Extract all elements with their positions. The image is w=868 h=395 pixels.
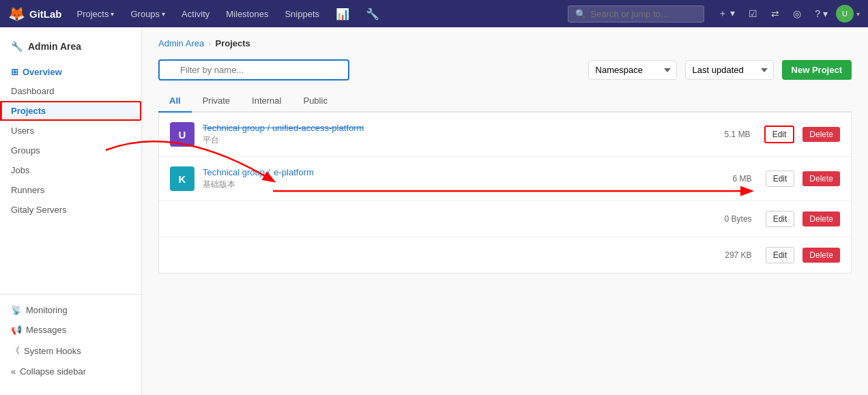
tab-public[interactable]: Public <box>292 90 338 113</box>
sidebar-item-messages[interactable]: 📢 Messages <box>0 320 141 340</box>
tab-internal[interactable]: Internal <box>241 90 292 113</box>
edit-button[interactable]: Edit <box>766 247 795 263</box>
table-row: 0 Bytes Edit Delete <box>159 201 851 237</box>
sidebar-item-dashboard[interactable]: Dashboard <box>0 81 141 101</box>
sidebar-bottom: 📡 Monitoring 📢 Messages 《 System Hooks «… <box>0 294 141 387</box>
project-size: 297 KB <box>711 250 752 260</box>
project-name[interactable]: Technical group / unified-access-platfor… <box>203 123 701 133</box>
project-info: Technical group / unified-access-platfor… <box>203 123 701 146</box>
navbar-brand[interactable]: 🦊 GitLab <box>8 5 62 22</box>
breadcrumb: Admin Area › Projects <box>158 38 852 48</box>
sidebar-overview: ⊞ Overview <box>0 63 141 81</box>
brand-name: GitLab <box>29 8 62 20</box>
filter-input-wrap: 🔍 <box>158 59 349 81</box>
issues-icon[interactable]: ◎ <box>787 5 807 22</box>
merge-request-icon[interactable]: ⇄ <box>766 5 785 22</box>
avatar: U <box>170 122 194 147</box>
namespace-select[interactable]: Namespace <box>588 60 677 80</box>
messages-icon: 📢 <box>11 325 22 335</box>
nav-groups[interactable]: Groups ▾ <box>124 6 172 22</box>
tab-all[interactable]: All <box>158 90 192 113</box>
project-subtitle: 平台 <box>203 134 701 146</box>
sidebar-runners-label: Runners <box>11 185 44 195</box>
tab-private[interactable]: Private <box>192 90 241 113</box>
new-project-button[interactable]: New Project <box>782 60 852 80</box>
sort-select[interactable]: Last updated <box>685 60 774 80</box>
grid-icon: ⊞ <box>11 67 18 77</box>
delete-button[interactable]: Delete <box>802 211 840 226</box>
edit-button[interactable]: Edit <box>766 171 795 187</box>
breadcrumb-admin[interactable]: Admin Area <box>158 38 204 48</box>
sidebar-gitaly-label: Gitaly Servers <box>11 205 67 215</box>
nav-milestones[interactable]: Milestones <box>219 6 275 22</box>
sidebar-dashboard-label: Dashboard <box>11 86 55 96</box>
sidebar-item-users[interactable]: Users <box>0 121 141 141</box>
sidebar-jobs-label: Jobs <box>11 165 29 175</box>
plus-icon[interactable]: ＋ ▾ <box>712 5 740 23</box>
search-input[interactable] <box>590 9 686 19</box>
sidebar-item-jobs[interactable]: Jobs <box>0 160 141 180</box>
tabs: All Private Internal Public <box>158 90 852 113</box>
nav-chart-icon[interactable]: 📊 <box>329 5 356 23</box>
layout: 🔧 Admin Area ⊞ Overview Dashboard Projec… <box>0 27 868 395</box>
sidebar-item-runners[interactable]: Runners <box>0 180 141 200</box>
wrench-icon: 🔧 <box>11 41 23 52</box>
nav-projects[interactable]: Projects ▾ <box>70 6 121 22</box>
help-icon[interactable]: ? ▾ <box>809 5 833 22</box>
avatar: K <box>170 166 194 191</box>
gitlab-flame-icon: 🦊 <box>8 5 25 22</box>
admin-area-header: 🔧 Admin Area <box>0 35 141 63</box>
nav-snippets[interactable]: Snippets <box>278 6 326 22</box>
filter-input[interactable] <box>158 59 349 81</box>
delete-button[interactable]: Delete <box>802 127 840 142</box>
breadcrumb-current: Projects <box>216 38 250 48</box>
hooks-icon: 《 <box>11 345 20 357</box>
sidebar-item-projects[interactable]: Projects <box>0 101 141 121</box>
sidebar-users-label: Users <box>11 126 34 136</box>
navbar-search[interactable]: 🔍 <box>568 5 704 23</box>
monitoring-icon: 📡 <box>11 305 22 315</box>
sidebar-item-collapse[interactable]: « Collapse sidebar <box>0 362 141 381</box>
projects-item-wrapper: Projects <box>0 101 141 121</box>
delete-button[interactable]: Delete <box>802 248 840 263</box>
breadcrumb-sep: › <box>208 38 211 48</box>
project-list: U Technical group / unified-access-platf… <box>158 113 852 274</box>
sidebar-item-gitaly-servers[interactable]: Gitaly Servers <box>0 200 141 220</box>
table-row: K Technical group / e-platform 基础版本 6 MB… <box>159 157 851 201</box>
project-subtitle: 基础版本 <box>203 179 703 190</box>
todo-icon[interactable]: ☑ <box>743 5 763 22</box>
table-row: 297 KB Edit Delete <box>159 237 851 273</box>
top-navbar: 🦊 GitLab Projects ▾ Groups ▾ Activity Mi… <box>0 0 868 27</box>
chevron-down-icon: ▾ <box>162 10 165 18</box>
avatar-chevron: ▾ <box>856 10 860 18</box>
page-wrapper: 🦊 GitLab Projects ▾ Groups ▾ Activity Mi… <box>0 27 868 395</box>
chevron-down-icon: ▾ <box>111 10 114 18</box>
project-info: Technical group / e-platform 基础版本 <box>203 167 703 190</box>
sidebar-groups-label: Groups <box>11 145 40 156</box>
sidebar: 🔧 Admin Area ⊞ Overview Dashboard Projec… <box>0 27 142 395</box>
delete-button[interactable]: Delete <box>802 171 840 186</box>
collapse-icon: « <box>11 366 16 377</box>
project-group[interactable]: Technical group / <box>203 167 270 177</box>
filter-row: 🔍 Namespace Last updated New Project <box>158 59 852 81</box>
sidebar-item-groups[interactable]: Groups <box>0 141 141 160</box>
sidebar-item-monitoring[interactable]: 📡 Monitoring <box>0 300 141 320</box>
table-row: U Technical group / unified-access-platf… <box>159 113 851 157</box>
sidebar-projects-label: Projects <box>11 106 46 116</box>
navbar-icons: ＋ ▾ ☑ ⇄ ◎ ? ▾ U ▾ <box>712 5 860 23</box>
project-size: 5.1 MB <box>710 130 751 139</box>
edit-button[interactable]: Edit <box>764 126 795 143</box>
project-size: 0 Bytes <box>711 214 752 224</box>
nav-wrench-icon[interactable]: 🔧 <box>359 5 386 23</box>
nav-activity[interactable]: Activity <box>175 6 216 22</box>
sidebar-item-system-hooks[interactable]: 《 System Hooks <box>0 340 141 362</box>
main-content: Admin Area › Projects 🔍 Namespace Last u… <box>142 27 868 395</box>
project-size: 6 MB <box>711 174 752 184</box>
project-name[interactable]: e-platform <box>274 167 314 177</box>
edit-button[interactable]: Edit <box>766 211 795 227</box>
search-icon: 🔍 <box>575 9 586 19</box>
user-avatar[interactable]: U <box>836 5 854 23</box>
